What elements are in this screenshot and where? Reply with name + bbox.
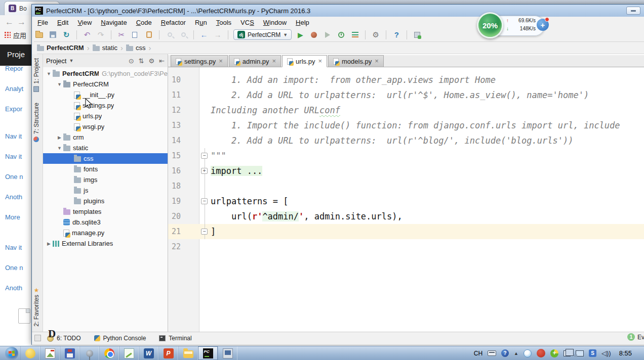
editor-line-22[interactable]: 22 xyxy=(168,239,644,254)
bootstrap-sidebar-link[interactable]: Anoth xyxy=(5,284,22,292)
locate-file-icon[interactable]: ⊙ xyxy=(129,57,134,65)
tree-item-js[interactable]: js xyxy=(43,185,168,196)
menu-tools[interactable]: Tools xyxy=(212,18,236,27)
debug-button[interactable] xyxy=(309,30,319,40)
speed-widget[interactable]: ↑ 69.6K/s ↓ 148K/s 20% + xyxy=(477,11,548,39)
event-log-button[interactable]: 1 Eve xyxy=(627,333,644,341)
menu-navigate[interactable]: Navigate xyxy=(96,18,131,27)
install-plugin-icon[interactable] xyxy=(412,30,422,40)
taskbar-clock[interactable]: 8:55 xyxy=(619,349,632,357)
editor-line-15[interactable]: 15−""" xyxy=(168,148,644,163)
360-safety-icon[interactable]: + xyxy=(550,349,558,357)
tree-item-plugins[interactable]: plugins xyxy=(43,196,168,206)
browser-forward-icon[interactable]: → xyxy=(17,17,26,27)
tool-window-structure-button[interactable]: 7: Structure xyxy=(33,103,40,142)
bootstrap-sidebar-link[interactable]: Repor xyxy=(5,65,23,72)
chevron-down-icon[interactable]: ▼ xyxy=(69,58,73,63)
bootstrap-sidebar-link[interactable]: Nav it xyxy=(5,132,22,140)
desktop-document-icon[interactable] xyxy=(18,308,30,324)
hide-panel-icon[interactable]: ⇤ xyxy=(159,57,165,65)
taskbar-pycharm-icon[interactable]: PC xyxy=(198,346,218,360)
browser-apps-grid-icon[interactable] xyxy=(4,31,11,38)
fold-end-icon[interactable]: − xyxy=(201,229,208,235)
menu-run[interactable]: Run xyxy=(190,18,212,27)
taskbar-save-icon[interactable] xyxy=(60,346,79,360)
close-tab-icon[interactable]: × xyxy=(375,59,379,64)
run-with-coverage-icon[interactable] xyxy=(323,30,333,40)
find-icon[interactable] xyxy=(165,30,175,40)
tab-urls-py[interactable]: urls.py× xyxy=(282,55,327,67)
editor-line-12[interactable]: 12Including another URLconf xyxy=(168,103,644,118)
tree-item-crm[interactable]: ▶crm xyxy=(43,132,168,143)
menu-help[interactable]: Help xyxy=(291,18,314,27)
tab-settings-py[interactable]: settings.py× xyxy=(171,55,228,67)
bootstrap-sidebar-link[interactable]: More xyxy=(5,213,20,221)
keyboard-icon[interactable] xyxy=(488,350,496,356)
tree-item-perfectcrm[interactable]: ▼PerfectCRM xyxy=(43,79,168,89)
copy-icon[interactable] xyxy=(130,30,140,40)
tree-item-db-sqlite3[interactable]: db.sqlite3 xyxy=(43,217,168,228)
tree-item-external-libraries[interactable]: ▶External Libraries xyxy=(43,238,168,249)
project-panel-title[interactable]: Project xyxy=(46,57,66,65)
editor-line-21[interactable]: 21−] xyxy=(168,224,644,239)
taskbar-ppt-icon[interactable]: P xyxy=(158,346,178,360)
tool-window-switcher-icon[interactable] xyxy=(34,335,41,341)
terminal-button[interactable]: Terminal xyxy=(159,335,191,342)
tray-help-icon[interactable]: ? xyxy=(501,349,509,357)
close-tab-icon[interactable]: × xyxy=(219,59,223,64)
tree-expanded-arrow-icon[interactable]: ▼ xyxy=(56,146,63,151)
save-all-icon[interactable] xyxy=(48,30,58,40)
collapse-all-icon[interactable]: ⇅ xyxy=(139,57,144,65)
undo-icon[interactable]: ↶ xyxy=(82,30,92,40)
taskbar-notepad-icon[interactable] xyxy=(119,346,139,360)
tree-collapsed-arrow-icon[interactable]: ▶ xyxy=(56,135,63,140)
editor-line-13[interactable]: 13 1. Import the include() function: fro… xyxy=(168,118,644,133)
taskbar-palette-icon[interactable] xyxy=(20,346,40,360)
breadcrumb-item-static[interactable]: static xyxy=(93,44,117,52)
tree-collapsed-arrow-icon[interactable]: ▶ xyxy=(45,241,53,246)
close-tab-icon[interactable]: × xyxy=(318,59,322,64)
language-indicator[interactable]: CH xyxy=(474,350,482,357)
synchronize-icon[interactable]: ↻ xyxy=(61,30,71,40)
breadcrumb-item-PerfectCRM[interactable]: PerfectCRM xyxy=(37,44,84,52)
tab-models-py[interactable]: models.py× xyxy=(328,55,384,67)
tree-item-fonts[interactable]: fonts xyxy=(43,164,168,174)
menu-window[interactable]: Window xyxy=(259,18,291,27)
cut-icon[interactable]: ✂ xyxy=(116,30,127,40)
recording-icon[interactable] xyxy=(537,349,545,357)
editor-line-10[interactable]: 10 1. Add an import: from other_app.view… xyxy=(168,72,644,87)
menu-vcs[interactable]: VCS xyxy=(236,18,259,27)
minimize-button[interactable] xyxy=(626,7,640,15)
close-tab-icon[interactable]: × xyxy=(272,59,276,64)
editor-line-16[interactable]: 16+import ... xyxy=(168,163,644,178)
taskbar-chrome-icon[interactable] xyxy=(99,346,119,360)
tree-item-settings-py[interactable]: settings.py xyxy=(43,100,168,111)
forward-icon[interactable]: → xyxy=(213,30,223,40)
tree-item-wsgi-py[interactable]: wsgi.py xyxy=(43,121,168,132)
tree-item--init-py[interactable]: __init__.py xyxy=(43,89,168,100)
breadcrumb-item-css[interactable]: css xyxy=(126,44,146,52)
settings-wrench-icon[interactable]: ⚙ xyxy=(371,30,381,40)
open-folder-icon[interactable] xyxy=(34,30,44,40)
fold-open-icon[interactable]: − xyxy=(201,198,208,204)
tree-item-urls-py[interactable]: urls.py xyxy=(43,111,168,121)
qq-icon[interactable] xyxy=(524,349,532,357)
fold-end-icon[interactable]: − xyxy=(201,153,208,159)
start-button[interactable] xyxy=(3,347,20,360)
help-icon[interactable]: ? xyxy=(391,30,401,40)
tree-item-manage-py[interactable]: manage.py xyxy=(43,228,168,238)
bootstrap-sidebar-link[interactable]: Nav it xyxy=(5,244,22,251)
show-hidden-icons-button[interactable]: ▲ xyxy=(514,351,518,356)
windows-stack-icon[interactable] xyxy=(564,350,571,356)
editor-line-20[interactable]: 20 url(r'^admin/', admin.site.urls), xyxy=(168,209,644,224)
run-manage-py-task-icon[interactable] xyxy=(350,30,360,40)
tree-item-css[interactable]: css xyxy=(43,153,168,164)
taskbar-pin-icon[interactable] xyxy=(79,346,99,360)
tree-expanded-arrow-icon[interactable]: ▼ xyxy=(56,82,63,87)
profiler-icon[interactable] xyxy=(336,30,346,40)
bootstrap-sidebar-link[interactable]: Analyt xyxy=(5,85,23,93)
bootstrap-sidebar-link[interactable]: One n xyxy=(5,173,23,181)
tree-item-perfectcrm[interactable]: ▼PerfectCRMG:\python_code\F3\Pe xyxy=(43,68,168,79)
run-button[interactable]: ▶ xyxy=(295,30,305,40)
tree-item-imgs[interactable]: imgs xyxy=(43,174,168,185)
